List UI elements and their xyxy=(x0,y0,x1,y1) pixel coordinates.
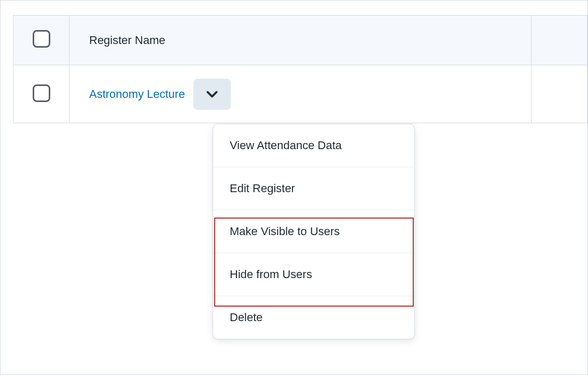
table-row: Astronomy Lecture xyxy=(13,65,587,123)
row-checkbox-cell xyxy=(13,65,69,123)
register-table: Register Name Astronomy Lecture xyxy=(13,15,587,123)
row-content: Astronomy Lecture xyxy=(89,79,531,110)
menu-item-hide-from-users[interactable]: Hide from Users xyxy=(213,253,414,296)
row-name-cell: Astronomy Lecture xyxy=(69,65,531,123)
row-actions-menu: View Attendance Data Edit Register Make … xyxy=(213,124,415,339)
row-checkbox[interactable] xyxy=(33,84,50,102)
select-all-checkbox[interactable] xyxy=(33,30,50,48)
header-name-cell: Register Name xyxy=(69,16,531,65)
register-name-link[interactable]: Astronomy Lecture xyxy=(89,88,185,101)
header-checkbox-cell xyxy=(13,16,69,65)
menu-item-delete[interactable]: Delete xyxy=(213,296,414,339)
row-actions-dropdown-toggle[interactable] xyxy=(193,79,231,110)
menu-item-view-attendance[interactable]: View Attendance Data xyxy=(213,124,414,167)
menu-item-edit-register[interactable]: Edit Register xyxy=(213,167,414,210)
row-extra-cell xyxy=(531,65,587,123)
register-table-container: Register Name Astronomy Lecture xyxy=(13,15,587,123)
column-header-name: Register Name xyxy=(89,34,165,47)
header-extra-cell xyxy=(531,16,587,65)
chevron-down-icon xyxy=(205,88,219,101)
menu-item-make-visible[interactable]: Make Visible to Users xyxy=(213,210,414,253)
